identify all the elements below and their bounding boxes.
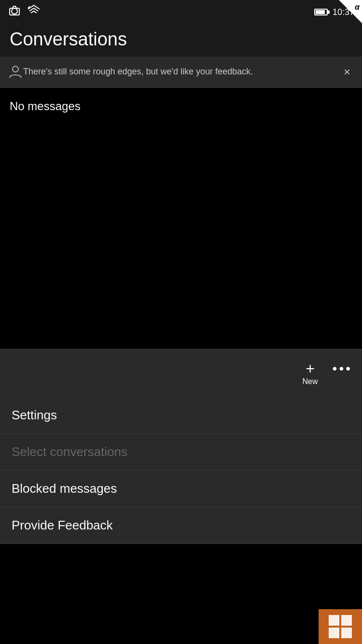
new-conversation-button[interactable]: + New bbox=[303, 361, 318, 386]
battery-icon bbox=[314, 9, 328, 15]
watermark bbox=[319, 609, 362, 644]
main-content: No messages bbox=[0, 88, 362, 349]
svg-rect-7 bbox=[341, 628, 352, 638]
settings-menu-item[interactable]: Settings bbox=[0, 397, 362, 434]
person-icon bbox=[8, 64, 23, 80]
blocked-messages-menu-item[interactable]: Blocked messages bbox=[0, 471, 362, 507]
new-label: New bbox=[303, 377, 318, 386]
overflow-menu: Settings Select conversations Blocked me… bbox=[0, 397, 362, 544]
svg-rect-4 bbox=[329, 615, 339, 626]
select-conversations-menu-item: Select conversations bbox=[0, 434, 362, 471]
plus-icon: + bbox=[306, 361, 315, 376]
empty-state-text: No messages bbox=[10, 100, 81, 113]
svg-rect-5 bbox=[341, 615, 352, 626]
status-left-icons bbox=[8, 4, 41, 20]
page-title: Conversations bbox=[0, 24, 362, 57]
more-dots-icon: ••• bbox=[333, 362, 352, 375]
action-bar: + New ••• bbox=[0, 349, 362, 397]
more-options-button[interactable]: ••• bbox=[333, 362, 352, 385]
feedback-banner: There's still some rough edges, but we'd… bbox=[0, 57, 362, 88]
signal-icon bbox=[27, 4, 41, 20]
svg-rect-6 bbox=[329, 628, 339, 638]
camera-icon bbox=[8, 4, 21, 20]
feedback-close-button[interactable]: × bbox=[340, 63, 354, 81]
status-bar: 10:37 bbox=[0, 0, 362, 24]
svg-point-0 bbox=[12, 8, 17, 14]
provide-feedback-menu-item[interactable]: Provide Feedback bbox=[0, 507, 362, 544]
windows-logo-icon bbox=[328, 615, 352, 639]
feedback-text: There's still some rough edges, but we'd… bbox=[23, 66, 340, 78]
alpha-label: α bbox=[355, 3, 360, 12]
svg-point-3 bbox=[13, 66, 18, 72]
